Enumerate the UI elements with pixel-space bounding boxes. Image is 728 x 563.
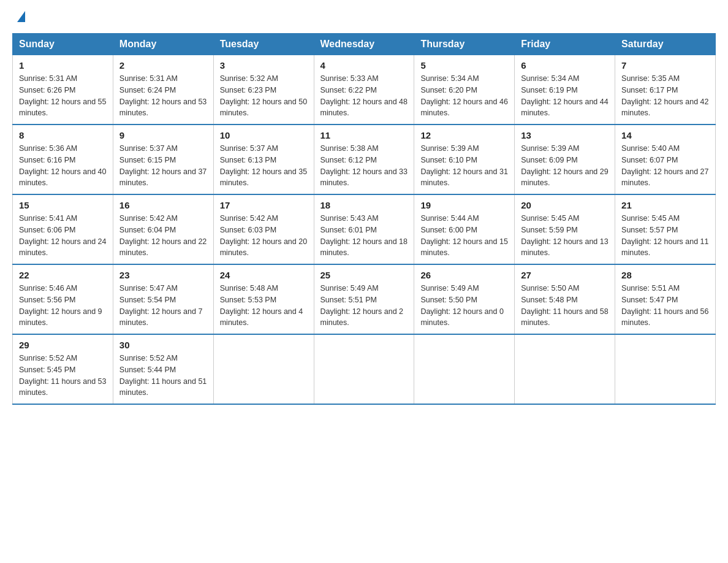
logo-triangle: [17, 11, 25, 22]
day-number: 20: [521, 200, 609, 210]
day-info: Sunrise: 5:35 AMSunset: 6:17 PMDaylight:…: [621, 74, 708, 117]
week-row-5: 29 Sunrise: 5:52 AMSunset: 5:45 PMDaylig…: [13, 334, 716, 404]
calendar-cell: 18 Sunrise: 5:43 AMSunset: 6:01 PMDaylig…: [314, 194, 414, 264]
day-number: 30: [119, 340, 207, 350]
day-info: Sunrise: 5:52 AMSunset: 5:45 PMDaylight:…: [19, 354, 106, 397]
day-number: 8: [19, 130, 107, 140]
day-number: 6: [521, 60, 609, 71]
calendar-cell: 23 Sunrise: 5:47 AMSunset: 5:54 PMDaylig…: [113, 264, 213, 334]
day-info: Sunrise: 5:41 AMSunset: 6:06 PMDaylight:…: [19, 214, 106, 257]
header-tuesday: Tuesday: [213, 34, 314, 55]
day-info: Sunrise: 5:46 AMSunset: 5:56 PMDaylight:…: [19, 284, 102, 327]
day-info: Sunrise: 5:38 AMSunset: 6:12 PMDaylight:…: [320, 144, 408, 187]
calendar-cell: 29 Sunrise: 5:52 AMSunset: 5:45 PMDaylig…: [13, 334, 113, 404]
calendar-cell: 8 Sunrise: 5:36 AMSunset: 6:16 PMDayligh…: [13, 124, 113, 194]
calendar-cell: 30 Sunrise: 5:52 AMSunset: 5:44 PMDaylig…: [113, 334, 213, 404]
day-number: 26: [420, 270, 508, 280]
day-number: 27: [521, 270, 609, 280]
calendar-cell: 21 Sunrise: 5:45 AMSunset: 5:57 PMDaylig…: [615, 194, 716, 264]
day-info: Sunrise: 5:49 AMSunset: 5:50 PMDaylight:…: [420, 284, 504, 327]
day-info: Sunrise: 5:42 AMSunset: 6:03 PMDaylight:…: [220, 214, 307, 257]
calendar-cell: 14 Sunrise: 5:40 AMSunset: 6:07 PMDaylig…: [615, 124, 716, 194]
calendar-cell: 5 Sunrise: 5:34 AMSunset: 6:20 PMDayligh…: [414, 55, 515, 125]
day-header-row: SundayMondayTuesdayWednesdayThursdayFrid…: [13, 34, 716, 55]
day-info: Sunrise: 5:49 AMSunset: 5:51 PMDaylight:…: [320, 284, 404, 327]
day-number: 12: [420, 130, 508, 140]
header-saturday: Saturday: [615, 34, 716, 55]
day-number: 4: [320, 60, 408, 71]
week-row-3: 15 Sunrise: 5:41 AMSunset: 6:06 PMDaylig…: [13, 194, 716, 264]
calendar-cell: 26 Sunrise: 5:49 AMSunset: 5:50 PMDaylig…: [414, 264, 515, 334]
header-sunday: Sunday: [13, 34, 113, 55]
day-number: 22: [19, 270, 107, 280]
calendar-cell: 24 Sunrise: 5:48 AMSunset: 5:53 PMDaylig…: [213, 264, 314, 334]
day-info: Sunrise: 5:39 AMSunset: 6:09 PMDaylight:…: [521, 144, 608, 187]
calendar-cell: 25 Sunrise: 5:49 AMSunset: 5:51 PMDaylig…: [314, 264, 414, 334]
day-number: 7: [621, 60, 709, 71]
calendar-cell: 27 Sunrise: 5:50 AMSunset: 5:48 PMDaylig…: [515, 264, 615, 334]
calendar-cell: 11 Sunrise: 5:38 AMSunset: 6:12 PMDaylig…: [314, 124, 414, 194]
day-info: Sunrise: 5:32 AMSunset: 6:23 PMDaylight:…: [220, 74, 307, 117]
calendar-cell: 22 Sunrise: 5:46 AMSunset: 5:56 PMDaylig…: [13, 264, 113, 334]
calendar-cell: 15 Sunrise: 5:41 AMSunset: 6:06 PMDaylig…: [13, 194, 113, 264]
calendar-cell: 16 Sunrise: 5:42 AMSunset: 6:04 PMDaylig…: [113, 194, 213, 264]
calendar-cell: [213, 334, 314, 404]
day-info: Sunrise: 5:33 AMSunset: 6:22 PMDaylight:…: [320, 74, 408, 117]
day-info: Sunrise: 5:47 AMSunset: 5:54 PMDaylight:…: [119, 284, 203, 327]
calendar-cell: 3 Sunrise: 5:32 AMSunset: 6:23 PMDayligh…: [213, 55, 314, 125]
day-number: 11: [320, 130, 408, 140]
day-info: Sunrise: 5:45 AMSunset: 5:57 PMDaylight:…: [621, 214, 708, 257]
day-info: Sunrise: 5:36 AMSunset: 6:16 PMDaylight:…: [19, 144, 106, 187]
week-row-2: 8 Sunrise: 5:36 AMSunset: 6:16 PMDayligh…: [13, 124, 716, 194]
calendar-cell: 10 Sunrise: 5:37 AMSunset: 6:13 PMDaylig…: [213, 124, 314, 194]
day-number: 13: [521, 130, 609, 140]
day-info: Sunrise: 5:31 AMSunset: 6:26 PMDaylight:…: [19, 74, 106, 117]
day-number: 24: [220, 270, 308, 280]
calendar-cell: 20 Sunrise: 5:45 AMSunset: 5:59 PMDaylig…: [515, 194, 615, 264]
day-info: Sunrise: 5:37 AMSunset: 6:13 PMDaylight:…: [220, 144, 307, 187]
calendar-cell: 9 Sunrise: 5:37 AMSunset: 6:15 PMDayligh…: [113, 124, 213, 194]
calendar-cell: 1 Sunrise: 5:31 AMSunset: 6:26 PMDayligh…: [13, 55, 113, 125]
day-number: 15: [19, 200, 107, 210]
day-number: 17: [220, 200, 308, 210]
day-info: Sunrise: 5:31 AMSunset: 6:24 PMDaylight:…: [119, 74, 207, 117]
header-monday: Monday: [113, 34, 213, 55]
day-number: 21: [621, 200, 709, 210]
day-number: 25: [320, 270, 408, 280]
logo-text: [12, 12, 25, 21]
day-number: 5: [420, 60, 508, 71]
calendar-cell: 19 Sunrise: 5:44 AMSunset: 6:00 PMDaylig…: [414, 194, 515, 264]
calendar-table: SundayMondayTuesdayWednesdayThursdayFrid…: [12, 33, 716, 405]
calendar-cell: 28 Sunrise: 5:51 AMSunset: 5:47 PMDaylig…: [615, 264, 716, 334]
day-info: Sunrise: 5:40 AMSunset: 6:07 PMDaylight:…: [621, 144, 708, 187]
calendar-cell: [615, 334, 716, 404]
calendar-cell: 4 Sunrise: 5:33 AMSunset: 6:22 PMDayligh…: [314, 55, 414, 125]
day-number: 9: [119, 130, 207, 140]
page-header: [12, 12, 716, 21]
calendar-cell: 17 Sunrise: 5:42 AMSunset: 6:03 PMDaylig…: [213, 194, 314, 264]
week-row-4: 22 Sunrise: 5:46 AMSunset: 5:56 PMDaylig…: [13, 264, 716, 334]
calendar-cell: [515, 334, 615, 404]
week-row-1: 1 Sunrise: 5:31 AMSunset: 6:26 PMDayligh…: [13, 55, 716, 125]
day-number: 16: [119, 200, 207, 210]
header-friday: Friday: [515, 34, 615, 55]
day-number: 2: [119, 60, 207, 71]
calendar-cell: 13 Sunrise: 5:39 AMSunset: 6:09 PMDaylig…: [515, 124, 615, 194]
logo: [12, 12, 25, 21]
day-info: Sunrise: 5:34 AMSunset: 6:19 PMDaylight:…: [521, 74, 608, 117]
day-info: Sunrise: 5:34 AMSunset: 6:20 PMDaylight:…: [420, 74, 507, 117]
day-number: 28: [621, 270, 709, 280]
day-info: Sunrise: 5:48 AMSunset: 5:53 PMDaylight:…: [220, 284, 303, 327]
day-info: Sunrise: 5:52 AMSunset: 5:44 PMDaylight:…: [119, 354, 207, 397]
day-number: 23: [119, 270, 207, 280]
day-number: 10: [220, 130, 308, 140]
day-info: Sunrise: 5:39 AMSunset: 6:10 PMDaylight:…: [420, 144, 507, 187]
day-info: Sunrise: 5:45 AMSunset: 5:59 PMDaylight:…: [521, 214, 608, 257]
day-info: Sunrise: 5:51 AMSunset: 5:47 PMDaylight:…: [621, 284, 708, 327]
calendar-cell: 7 Sunrise: 5:35 AMSunset: 6:17 PMDayligh…: [615, 55, 716, 125]
day-info: Sunrise: 5:42 AMSunset: 6:04 PMDaylight:…: [119, 214, 207, 257]
calendar-cell: 12 Sunrise: 5:39 AMSunset: 6:10 PMDaylig…: [414, 124, 515, 194]
header-thursday: Thursday: [414, 34, 515, 55]
header-wednesday: Wednesday: [314, 34, 414, 55]
calendar-cell: [314, 334, 414, 404]
